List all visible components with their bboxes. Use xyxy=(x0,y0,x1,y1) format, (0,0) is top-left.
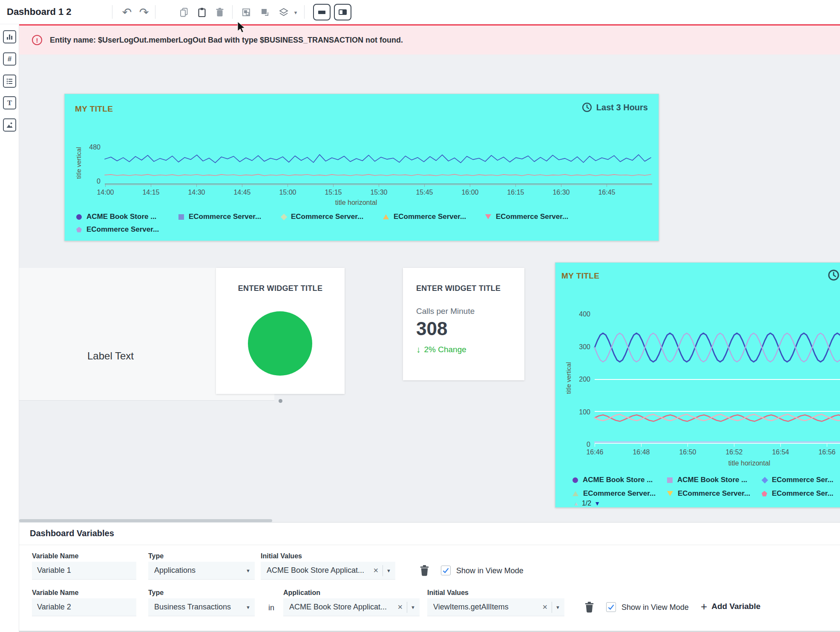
x-tick: 16:56 xyxy=(804,444,840,456)
layers-icon xyxy=(279,7,289,17)
square-marker-icon xyxy=(667,477,673,483)
remove-value-icon[interactable]: × xyxy=(397,602,403,612)
legend-item[interactable]: ACME Book Store ... xyxy=(667,476,762,484)
resize-handle[interactable] xyxy=(279,399,282,403)
triangle-down-marker-icon xyxy=(667,491,673,496)
application-select[interactable]: ACME Book Store Applicat... × ▼ xyxy=(283,598,420,616)
variable-name-label: Variable Name xyxy=(32,552,78,560)
legend-item[interactable]: ECommerce Server... xyxy=(485,213,587,221)
plus-icon: + xyxy=(701,601,707,612)
undo-button[interactable]: ↶ xyxy=(119,5,135,20)
health-status-circle xyxy=(248,311,312,376)
variable-name-input[interactable] xyxy=(32,598,136,616)
page-down-icon[interactable]: ▼ xyxy=(594,500,600,507)
legend-item[interactable]: ECommerce Server... xyxy=(667,489,762,498)
redo-button[interactable]: ↷ xyxy=(136,5,152,20)
time-range-label: Last 3 Hours xyxy=(596,103,648,112)
delete-variable-button[interactable] xyxy=(584,601,595,615)
y-tick-label: 300 xyxy=(579,344,590,350)
metric-widget[interactable]: ENTER WIDGET TITLE Calls per Minute 308 … xyxy=(403,268,524,380)
add-chart-widget-button[interactable] xyxy=(3,30,16,43)
timeseries-widget-1[interactable]: MY TITLE Last 3 Hours title vertical 480… xyxy=(64,94,659,241)
type-select[interactable]: Business Transactions ▼ xyxy=(148,598,255,616)
layers-dropdown-button[interactable]: ▾ xyxy=(291,5,300,20)
chart-line xyxy=(105,174,651,175)
toggle-right-panel-button[interactable] xyxy=(334,4,351,20)
x-tick: 14:00 xyxy=(83,184,128,196)
horizontal-scrollbar[interactable] xyxy=(19,519,272,522)
add-numeric-widget-button[interactable]: # xyxy=(3,52,16,66)
time-range[interactable] xyxy=(827,269,840,283)
tick-label: 14:30 xyxy=(188,189,205,196)
tick-label: 14:15 xyxy=(142,189,159,196)
toolbar-divider xyxy=(112,5,112,19)
x-tick: 16:46 xyxy=(572,444,618,456)
initial-values-select[interactable]: ACME Book Store Applicat... × ▼ xyxy=(261,562,395,580)
legend-item[interactable]: ECommerce Server... xyxy=(383,213,485,221)
label-text-widget[interactable]: Label Text xyxy=(87,350,134,362)
initial-values-select[interactable]: ViewItems.getAllItems × ▼ xyxy=(427,598,564,616)
chevron-down-icon[interactable]: ▼ xyxy=(411,605,415,610)
show-in-view-mode-checkbox[interactable] xyxy=(606,602,616,612)
chevron-down-icon[interactable]: ▼ xyxy=(555,605,560,610)
dashboard-canvas: MY TITLE Last 3 Hours title vertical 480… xyxy=(19,55,840,522)
variable-name-input[interactable] xyxy=(32,562,136,580)
tick-label: 14:00 xyxy=(97,189,114,196)
tick-label: 16:15 xyxy=(507,189,524,196)
selected-initial-value: ViewItems.getAllItems xyxy=(433,603,538,612)
type-select[interactable]: Applications ▼ xyxy=(148,562,255,580)
pentagon-marker-icon xyxy=(76,227,82,233)
trash-icon xyxy=(215,7,225,17)
remove-value-icon[interactable]: × xyxy=(542,602,547,612)
toolbar-divider xyxy=(232,5,233,19)
add-text-widget-button[interactable]: T xyxy=(3,96,16,109)
remove-value-icon[interactable]: × xyxy=(373,566,378,575)
ungroup-button[interactable] xyxy=(257,5,273,20)
legend-item[interactable]: ECommerce Ser... xyxy=(762,476,840,484)
toggle-bottom-panel-button[interactable] xyxy=(313,4,331,20)
tick-mark xyxy=(470,184,470,187)
y-axis-ticks: 4800 xyxy=(83,144,101,185)
legend-label: ECommerce Ser... xyxy=(772,476,834,484)
x-axis-ticks: 16:4616:4816:5016:5216:5416:56 xyxy=(572,444,840,456)
x-axis-title: title horizontal xyxy=(683,460,815,467)
x-axis-ticks: 14:0014:1514:3014:4515:0015:1515:3015:45… xyxy=(83,184,630,196)
layers-button[interactable] xyxy=(276,5,291,20)
triangle-up-marker-icon xyxy=(572,491,578,496)
paste-icon xyxy=(197,7,207,17)
group-button[interactable] xyxy=(239,5,254,20)
add-image-widget-button[interactable] xyxy=(3,118,16,132)
legend-item[interactable]: ACME Book Store ... xyxy=(572,476,667,484)
selected-application: ACME Book Store Applicat... xyxy=(289,603,393,612)
delete-button[interactable] xyxy=(212,5,227,20)
add-variable-button[interactable]: + Add Variable xyxy=(701,601,760,612)
tick-mark xyxy=(288,184,288,187)
legend-item[interactable]: ECommerce Server... xyxy=(76,225,178,234)
tick-mark xyxy=(641,444,642,447)
chevron-down-icon[interactable]: ▼ xyxy=(386,568,391,573)
show-in-view-mode-checkbox[interactable] xyxy=(441,566,451,575)
copy-button[interactable] xyxy=(176,5,192,20)
legend-item[interactable]: ECommerce Server... xyxy=(572,489,667,498)
error-message: Entity name: $UserLogOut.memberLogOut Ba… xyxy=(50,36,403,45)
pentagon-marker-icon xyxy=(762,491,767,497)
tick-label: 16:00 xyxy=(461,189,478,196)
paste-button[interactable] xyxy=(194,5,210,20)
legend-item[interactable]: ECommerce Server... xyxy=(178,213,281,221)
legend-item[interactable]: ECommerce Ser... xyxy=(762,489,840,498)
legend-item[interactable]: ACME Book Store ... xyxy=(76,213,178,221)
x-tick: 16:45 xyxy=(584,184,630,196)
time-range[interactable]: Last 3 Hours xyxy=(581,102,648,113)
image-icon xyxy=(6,121,14,129)
line-chart-plot xyxy=(105,148,651,184)
timeseries-widget-2[interactable]: MY TITLE title vertical 4003002001000 16… xyxy=(555,262,840,508)
x-axis-title: title horizontal xyxy=(83,199,630,207)
delete-variable-button[interactable] xyxy=(419,564,430,578)
health-widget[interactable]: ENTER WIDGET TITLE xyxy=(216,268,345,394)
ungroup-icon xyxy=(260,7,270,17)
page-up-icon[interactable]: ▲ xyxy=(573,500,579,507)
tick-mark xyxy=(688,444,688,447)
add-list-widget-button[interactable] xyxy=(3,75,16,88)
x-tick: 16:54 xyxy=(757,444,804,456)
legend-item[interactable]: ECommerce Server... xyxy=(281,213,383,221)
